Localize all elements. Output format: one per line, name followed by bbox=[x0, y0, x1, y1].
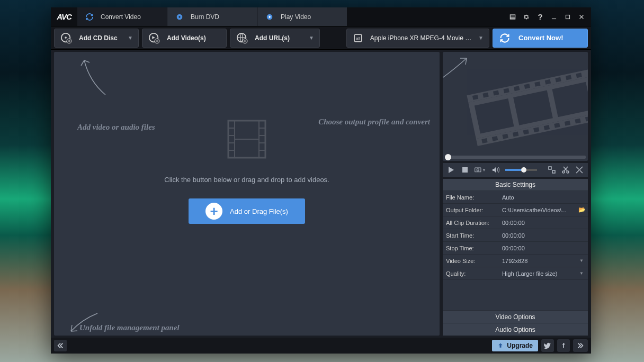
tab-burn-dvd[interactable]: Burn DVD bbox=[167, 7, 257, 26]
upload-icon bbox=[497, 342, 504, 349]
preview-panel bbox=[443, 52, 588, 161]
svg-point-56 bbox=[477, 169, 479, 171]
settings-key: Video Size: bbox=[443, 258, 498, 264]
settings-key: Stop Time: bbox=[443, 245, 498, 251]
settings-value: Auto bbox=[498, 194, 588, 201]
empty-state: Click the button below or drag and drop … bbox=[54, 115, 440, 224]
disc-add-icon bbox=[60, 32, 73, 44]
profile-label: Apple iPhone XR MPEG-4 Movie (*.m... bbox=[370, 34, 472, 42]
help-icon[interactable]: ? bbox=[535, 12, 545, 22]
chevron-down-icon: ▼ bbox=[579, 271, 584, 276]
snapshot-button[interactable]: ▼ bbox=[475, 166, 486, 174]
settings-row: Output Folder:C:\Users\cathe\Videos\...📂 bbox=[443, 203, 588, 216]
hint-arrow-icon bbox=[76, 55, 113, 97]
add-cd-button[interactable]: Add CD Disc ▼ bbox=[54, 29, 139, 48]
film-add-icon bbox=[148, 32, 160, 44]
volume-button[interactable] bbox=[491, 166, 500, 174]
settings-key: Start Time: bbox=[443, 232, 498, 239]
svg-rect-58 bbox=[552, 170, 555, 173]
settings-key: Quality: bbox=[443, 270, 498, 277]
settings-panel: Basic Settings File Name:AutoOutput Fold… bbox=[443, 179, 588, 336]
settings-value[interactable]: High (Larger file size)▼ bbox=[498, 270, 588, 277]
collapse-panel-button[interactable] bbox=[54, 340, 67, 351]
tab-convert-video[interactable]: Convert Video bbox=[77, 7, 167, 26]
settings-row: All Clip Duration:00:00:00 bbox=[443, 216, 588, 229]
settings-key: File Name: bbox=[443, 194, 498, 201]
crop-button[interactable] bbox=[548, 166, 556, 174]
button-label: Add or Drag File(s) bbox=[230, 207, 288, 215]
settings-row: Quality:High (Larger file size)▼ bbox=[443, 267, 588, 279]
settings-row: Start Time:00:00:00 bbox=[443, 229, 588, 241]
settings-value: 00:00:00 bbox=[498, 232, 588, 239]
play-button[interactable] bbox=[447, 166, 455, 174]
toolbar: Add CD Disc ▼ Add Video(s) Add URL(s) ▼ … bbox=[51, 26, 591, 50]
settings-value: 00:00:00 bbox=[498, 245, 588, 251]
settings-value[interactable]: C:\Users\cathe\Videos\...📂 bbox=[498, 206, 588, 213]
output-profile-select[interactable]: all Apple iPhone XR MPEG-4 Movie (*.m...… bbox=[346, 29, 489, 48]
expand-panel-button[interactable] bbox=[573, 339, 588, 352]
folder-icon[interactable]: 📂 bbox=[578, 206, 586, 213]
close-button[interactable] bbox=[576, 12, 587, 22]
drop-area[interactable]: Add video or audio files Choose output p… bbox=[54, 52, 440, 336]
seek-thumb[interactable] bbox=[445, 154, 451, 160]
seek-slider[interactable] bbox=[445, 156, 586, 159]
minimize-button[interactable] bbox=[549, 12, 559, 22]
content-area: Add video or audio files Choose output p… bbox=[51, 50, 591, 338]
svg-rect-16 bbox=[259, 121, 265, 158]
disc-icon bbox=[175, 12, 184, 22]
settings-row: Stop Time:00:00:00 bbox=[443, 241, 588, 254]
svg-text:all: all bbox=[356, 36, 360, 41]
titlebar: AVC Convert Video Burn DVD Play Video bbox=[51, 7, 591, 26]
button-label: Add CD Disc bbox=[79, 34, 118, 42]
convert-button[interactable]: Convert Now! bbox=[493, 29, 588, 48]
svg-point-60 bbox=[567, 171, 569, 173]
volume-thumb[interactable] bbox=[521, 167, 526, 173]
play-icon bbox=[265, 12, 274, 22]
svg-rect-54 bbox=[462, 167, 468, 173]
add-url-button[interactable]: Add URL(s) ▼ bbox=[230, 29, 320, 48]
effects-button[interactable] bbox=[575, 166, 584, 174]
window-buttons: ? bbox=[503, 7, 591, 26]
options-icon[interactable] bbox=[507, 12, 518, 22]
upgrade-button[interactable]: Upgrade bbox=[492, 340, 538, 351]
settings-row: File Name:Auto bbox=[443, 191, 588, 203]
chevron-down-icon: ▼ bbox=[128, 35, 133, 41]
settings-header: Basic Settings bbox=[443, 179, 588, 191]
app-window: AVC Convert Video Burn DVD Play Video bbox=[51, 7, 591, 354]
plus-icon: + bbox=[205, 203, 222, 220]
stop-button[interactable] bbox=[461, 166, 469, 174]
button-label: Add Video(s) bbox=[167, 34, 206, 42]
button-label: Upgrade bbox=[507, 342, 533, 349]
tab-label: Burn DVD bbox=[191, 13, 219, 21]
tab-label: Play Video bbox=[281, 13, 311, 21]
add-files-button[interactable]: + Add or Drag File(s) bbox=[189, 198, 305, 224]
app-logo: AVC bbox=[51, 7, 77, 26]
tab-play-video[interactable]: Play Video bbox=[257, 7, 347, 26]
settings-value[interactable]: 1792x828▼ bbox=[498, 258, 588, 264]
svg-point-6 bbox=[65, 37, 67, 39]
chevron-down-icon: ▼ bbox=[579, 258, 584, 263]
maximize-button[interactable] bbox=[562, 12, 573, 22]
button-label: Add URL(s) bbox=[255, 34, 290, 42]
filmstrip-icon bbox=[459, 55, 588, 161]
twitter-button[interactable] bbox=[541, 339, 554, 352]
gear-icon[interactable] bbox=[521, 12, 532, 22]
volume-slider[interactable] bbox=[505, 169, 537, 171]
mode-tabs: Convert Video Burn DVD Play Video bbox=[77, 7, 503, 26]
svg-rect-15 bbox=[228, 121, 235, 158]
settings-value: 00:00:00 bbox=[498, 220, 588, 226]
chevron-down-icon: ▼ bbox=[478, 35, 484, 41]
profile-icon: all bbox=[352, 32, 364, 44]
svg-point-1 bbox=[178, 16, 180, 17]
audio-options-button[interactable]: Audio Options bbox=[443, 323, 588, 336]
svg-rect-57 bbox=[549, 167, 551, 169]
cut-button[interactable] bbox=[561, 166, 570, 174]
chevron-down-icon: ▼ bbox=[309, 35, 314, 41]
hint-arrow-icon bbox=[66, 309, 103, 336]
video-options-button[interactable]: Video Options bbox=[443, 310, 588, 323]
globe-add-icon bbox=[236, 32, 248, 44]
add-video-button[interactable]: Add Video(s) bbox=[142, 29, 227, 48]
status-bar: Upgrade f bbox=[51, 338, 591, 354]
facebook-button[interactable]: f bbox=[557, 339, 570, 352]
film-icon bbox=[223, 115, 271, 163]
